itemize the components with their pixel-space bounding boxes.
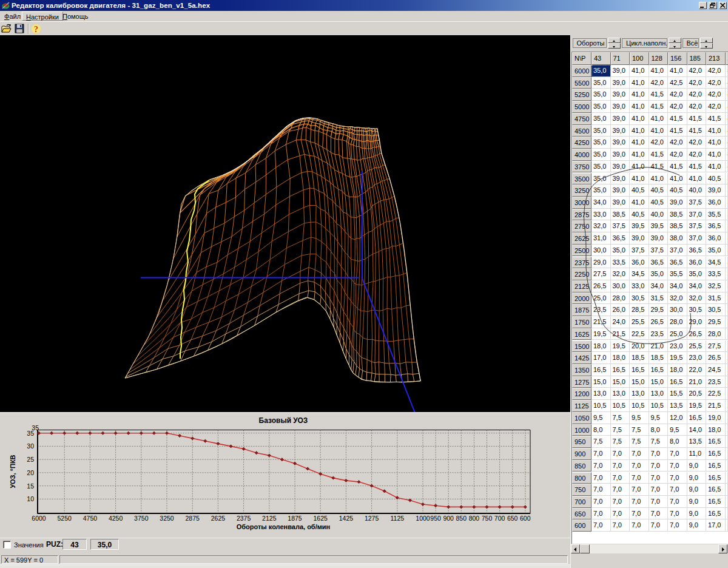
svg-text:1000: 1000: [416, 515, 430, 522]
svg-text:Обороты коленвала, об/мин: Обороты коленвала, об/мин: [237, 523, 331, 530]
svg-text:1275: 1275: [365, 515, 379, 522]
svg-text:Базовый УОЗ: Базовый УОЗ: [259, 416, 308, 425]
svg-text:2125: 2125: [262, 515, 277, 522]
svg-text:1625: 1625: [314, 515, 328, 522]
svg-text:25: 25: [27, 456, 34, 463]
svg-text:1425: 1425: [339, 515, 354, 522]
svg-text:3750: 3750: [134, 515, 149, 522]
svg-text:?: ?: [34, 25, 38, 34]
svg-text:2625: 2625: [211, 515, 226, 522]
svg-text:3250: 3250: [160, 515, 174, 522]
svg-text:30: 30: [27, 442, 34, 450]
svg-text:900: 900: [443, 515, 454, 522]
svg-text:20: 20: [27, 469, 34, 476]
svg-text:1125: 1125: [391, 515, 405, 522]
svg-text:850: 850: [456, 515, 467, 522]
svg-text:1875: 1875: [288, 515, 302, 522]
svg-text:600: 600: [520, 515, 531, 522]
svg-text:4750: 4750: [83, 515, 98, 522]
svg-text:950: 950: [430, 515, 441, 522]
svg-text:2375: 2375: [237, 515, 251, 522]
svg-text:800: 800: [469, 515, 480, 522]
svg-text:6000: 6000: [32, 515, 46, 522]
svg-text:750: 750: [482, 515, 493, 522]
svg-text:5250: 5250: [58, 515, 72, 522]
svg-text:35: 35: [27, 430, 34, 437]
svg-text:УОЗ, °ПКВ: УОЗ, °ПКВ: [9, 455, 16, 488]
svg-text:4250: 4250: [109, 515, 123, 522]
svg-text:10: 10: [27, 495, 34, 502]
svg-text:650: 650: [507, 515, 518, 522]
svg-text:2875: 2875: [186, 515, 200, 522]
svg-text:15: 15: [27, 482, 34, 490]
svg-text:700: 700: [494, 515, 505, 522]
